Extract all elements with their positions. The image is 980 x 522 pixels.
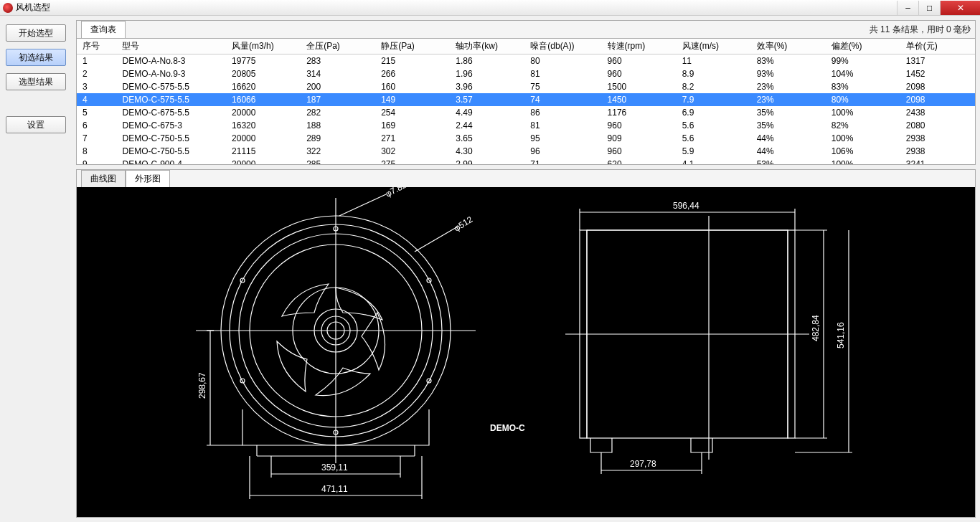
sidebar-label: 开始选型 [19,27,53,39]
table-cell: 187 [301,93,375,106]
table-cell: 96 [524,145,601,158]
col-header[interactable]: 序号 [77,39,116,54]
close-button[interactable]: ✕ [940,1,980,15]
table-cell: 3 [77,80,116,93]
app-icon [3,3,13,13]
table-row[interactable]: 7DEMO-C-750-5.5200002892713.65959095.644… [77,132,975,145]
header-row: 序号型号风量(m3/h)全压(Pa)静压(Pa)轴功率(kw)噪音(db(A))… [77,39,975,54]
table-cell: 149 [375,93,450,106]
table-row[interactable]: 4DEMO-C-575-5.5160661871493.577414507.92… [77,93,975,106]
sidebar: 开始选型 初选结果 选型结果 设置 [0,16,72,522]
table-cell: 7 [77,132,116,145]
table-cell: 620 [602,158,677,164]
table-cell: 100% [826,106,900,119]
tab-label: 曲线图 [90,174,116,184]
table-cell: DEMO-C-900-4 [116,158,226,164]
table-cell: 2 [77,67,116,80]
side-view: 596,44 482,84 541,16 297,78 [565,201,852,474]
table-cell: 3.65 [450,132,524,145]
col-header[interactable]: 效率(%) [751,39,826,54]
table-row[interactable]: 8DEMO-C-750-5.5211153223024.30969605.944… [77,145,975,158]
col-header[interactable]: 偏差(%) [826,39,900,54]
table-cell: 11 [677,54,751,68]
table-row[interactable]: 3DEMO-C-575-5.5166202001603.967515008.22… [77,80,975,93]
col-header[interactable]: 单价(元) [900,39,975,54]
sidebar-button-result[interactable]: 选型结果 [6,73,66,90]
svg-line-19 [339,194,386,216]
table-cell: 200 [301,80,375,93]
table-cell: 960 [602,54,677,68]
title-left: 风机选型 [3,1,50,14]
table-cell: 8.9 [677,67,751,80]
table-cell: 4 [77,93,116,106]
sidebar-button-settings[interactable]: 设置 [6,116,66,133]
col-header[interactable]: 风速(m/s) [677,39,751,54]
table-cell: 8 [77,145,116,158]
dim-47111: 471,11 [321,484,348,494]
table-scroll[interactable]: 序号型号风量(m3/h)全压(Pa)静压(Pa)轴功率(kw)噪音(db(A))… [77,38,975,164]
dim-54116: 541,16 [836,322,846,348]
dim-59644: 596,44 [673,201,699,211]
table-cell: 23% [751,80,826,93]
table-cell: 4.30 [450,145,524,158]
table-cell: 80 [524,54,601,68]
table-cell: 1452 [900,67,975,80]
dim-35911: 359,11 [321,462,348,473]
table-cell: 99% [826,54,900,68]
table-cell: 1176 [602,106,677,119]
table-cell: 5.6 [677,119,751,132]
table-cell: 44% [751,145,826,158]
tab-curve[interactable]: 曲线图 [81,170,126,188]
main-layout: 开始选型 初选结果 选型结果 设置 查询表 共 11 条结果，用时 0 毫秒 序… [0,16,980,522]
minimize-button[interactable]: – [897,1,918,15]
table-row[interactable]: 6DEMO-C-675-3163201881692.44819605.635%8… [77,119,975,132]
col-header[interactable]: 风量(m3/h) [226,39,301,54]
sidebar-label: 设置 [27,119,44,131]
table-cell: DEMO-C-575-5.5 [116,93,226,106]
table-row[interactable]: 5DEMO-C-675-5.5200002822544.498611766.93… [77,106,975,119]
table-row[interactable]: 2DEMO-A-No.9-3208053142661.96819608.993%… [77,67,975,80]
table-cell: 6.9 [677,106,751,119]
col-header[interactable]: 转速(rpm) [602,39,677,54]
maximize-button[interactable]: □ [918,1,940,15]
sidebar-button-preliminary[interactable]: 初选结果 [6,49,66,66]
front-view: φ7.82 φ512 298,67 359,11 [196,187,476,499]
table-row[interactable]: 9DEMO-C-900-4200002852752.99716204.153%1… [77,158,975,164]
col-header[interactable]: 全压(Pa) [301,39,375,54]
table-cell: 20805 [226,67,301,80]
table-cell: 100% [826,132,900,145]
sidebar-button-start[interactable]: 开始选型 [6,24,66,42]
tab-label: 外形图 [135,174,161,184]
spacer [6,98,66,109]
col-header[interactable]: 型号 [116,39,226,54]
content-area: 查询表 共 11 条结果，用时 0 毫秒 序号型号风量(m3/h)全压(Pa)静… [72,16,980,522]
table-cell: 21115 [226,145,301,158]
table-cell: 2080 [900,119,975,132]
table-cell: 104% [826,67,900,80]
col-header[interactable]: 噪音(db(A)) [524,39,601,54]
table-cell: 302 [375,145,450,158]
tab-query-table[interactable]: 查询表 [81,21,126,39]
col-header[interactable]: 轴功率(kw) [450,39,524,54]
title-bar: 风机选型 – □ ✕ [0,0,980,16]
table-cell: 960 [602,119,677,132]
table-cell: 1 [77,54,116,68]
tab-outline[interactable]: 外形图 [126,170,170,188]
table-cell: 81 [524,119,601,132]
table-cell: 23% [751,93,826,106]
bottom-tab-strip: 曲线图 外形图 [77,170,975,187]
table-cell: 7.9 [677,93,751,106]
table-row[interactable]: 1DEMO-A-No.8-3197752832151.86809601183%9… [77,54,975,68]
table-cell: 5.9 [677,145,751,158]
table-cell: DEMO-C-575-5.5 [116,80,226,93]
table-cell: 188 [301,119,375,132]
window-title: 风机选型 [16,1,50,14]
table-cell: 1450 [602,93,677,106]
table-cell: 909 [602,132,677,145]
col-header[interactable]: 静压(Pa) [375,39,450,54]
table-cell: 86 [524,106,601,119]
table-cell: 314 [301,67,375,80]
table-cell: 271 [375,132,450,145]
table-cell: 35% [751,119,826,132]
table-cell: 285 [301,158,375,164]
